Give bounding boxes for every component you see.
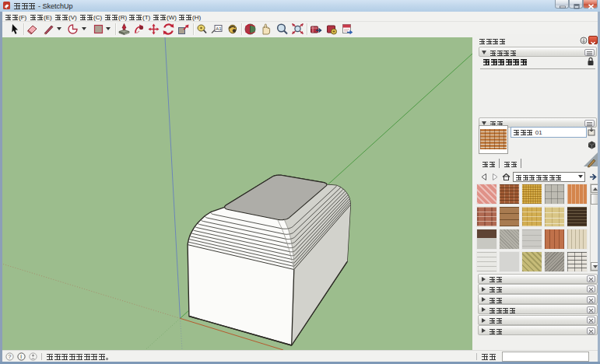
svg-text:A1: A1 [216, 26, 222, 31]
svg-text:?: ? [8, 353, 11, 360]
